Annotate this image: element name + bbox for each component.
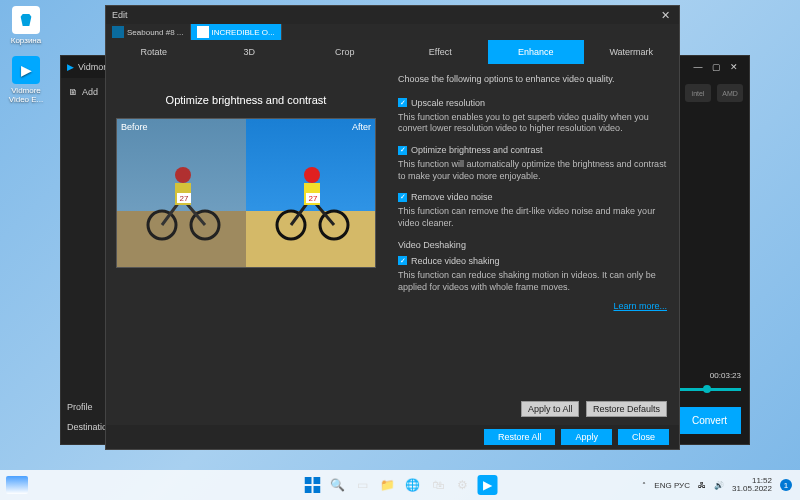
tab-3d[interactable]: 3D bbox=[202, 40, 298, 64]
vidmore-label: Vidmore Video E... bbox=[6, 86, 46, 104]
taskview-icon[interactable]: ▭ bbox=[353, 475, 373, 495]
lang-indicator[interactable]: ENG РУС bbox=[654, 481, 690, 490]
checkbox-icon: ✓ bbox=[398, 146, 407, 155]
opt-noise-desc: This function can remove the dirt-like v… bbox=[398, 206, 667, 229]
apply-button[interactable]: Apply bbox=[561, 429, 612, 445]
svg-rect-15 bbox=[314, 486, 321, 493]
after-label: After bbox=[352, 122, 371, 132]
vidmore-taskbar-icon[interactable]: ▶ bbox=[478, 475, 498, 495]
apply-to-all-button[interactable]: Apply to All bbox=[521, 401, 580, 417]
recycle-bin[interactable]: Корзина bbox=[6, 6, 46, 45]
maximize-button[interactable]: ▢ bbox=[707, 60, 725, 74]
rider-illustration: 27 bbox=[266, 143, 356, 243]
opt-upscale-desc: This function enables you to get superb … bbox=[398, 112, 667, 135]
start-button[interactable] bbox=[303, 475, 323, 495]
svg-text:27: 27 bbox=[308, 194, 317, 203]
enhance-intro: Choose the following options to enhance … bbox=[398, 74, 667, 86]
tab-crop[interactable]: Crop bbox=[297, 40, 393, 64]
convert-button[interactable]: Convert bbox=[678, 407, 741, 434]
deshake-heading: Video Deshaking bbox=[398, 240, 667, 250]
checkbox-icon: ✓ bbox=[398, 193, 407, 202]
explorer-icon[interactable]: 📁 bbox=[378, 475, 398, 495]
file-thumb-icon bbox=[197, 26, 209, 38]
before-after-preview: Before 27 bbox=[116, 118, 376, 268]
taskbar-center: 🔍 ▭ 📁 🌐 🛍 ⚙ ▶ bbox=[303, 475, 498, 495]
hw-chip-amd[interactable]: AMD bbox=[717, 84, 743, 102]
store-icon[interactable]: 🛍 bbox=[428, 475, 448, 495]
file-tabs: Seabound #8 ... INCREDIBLE O... bbox=[106, 24, 679, 40]
file-thumb-icon bbox=[112, 26, 124, 38]
notifications-icon[interactable]: 1 bbox=[780, 479, 792, 491]
tab-effect[interactable]: Effect bbox=[393, 40, 489, 64]
file-tab-2[interactable]: INCREDIBLE O... bbox=[191, 24, 282, 40]
checkbox-icon: ✓ bbox=[398, 256, 407, 265]
close-button[interactable]: Close bbox=[618, 429, 669, 445]
hw-chip-intel[interactable]: intel bbox=[685, 84, 711, 102]
converter-logo: ▶ bbox=[67, 62, 74, 72]
before-label: Before bbox=[121, 122, 148, 132]
edge-icon[interactable]: 🌐 bbox=[403, 475, 423, 495]
edit-footer: Restore All Apply Close bbox=[106, 425, 679, 449]
network-icon[interactable]: 🖧 bbox=[698, 481, 706, 490]
tool-tabs: Rotate 3D Crop Effect Enhance Watermark bbox=[106, 40, 679, 64]
vidmore-icon: ▶ bbox=[12, 56, 40, 84]
preview-heading: Optimize brightness and contrast bbox=[116, 94, 376, 106]
opt-brightness-desc: This function will automatically optimiz… bbox=[398, 159, 667, 182]
time-end: 00:03:23 bbox=[710, 371, 741, 380]
add-icon: 🗎 bbox=[69, 87, 78, 97]
edit-close-button[interactable]: ✕ bbox=[657, 9, 673, 22]
close-button[interactable]: ✕ bbox=[725, 60, 743, 74]
restore-defaults-button[interactable]: Restore Defaults bbox=[586, 401, 667, 417]
recycle-icon bbox=[12, 6, 40, 34]
search-icon[interactable]: 🔍 bbox=[328, 475, 348, 495]
file-tab-1[interactable]: Seabound #8 ... bbox=[106, 24, 191, 40]
rider-illustration: 27 bbox=[137, 143, 227, 243]
learn-more-link[interactable]: Learn more... bbox=[613, 301, 667, 311]
preview-panel: Optimize brightness and contrast Before bbox=[106, 64, 386, 425]
svg-rect-12 bbox=[305, 477, 312, 484]
volume-icon[interactable]: 🔊 bbox=[714, 481, 724, 490]
clock[interactable]: 11:52 31.05.2022 bbox=[732, 477, 772, 493]
opt-deshake[interactable]: ✓Reduce video shaking bbox=[398, 256, 667, 266]
tab-watermark[interactable]: Watermark bbox=[584, 40, 680, 64]
svg-rect-14 bbox=[305, 486, 312, 493]
svg-text:27: 27 bbox=[179, 194, 188, 203]
tab-enhance[interactable]: Enhance bbox=[488, 40, 584, 64]
opt-brightness[interactable]: ✓Optimize brightness and contrast bbox=[398, 145, 667, 155]
enhance-options: Choose the following options to enhance … bbox=[386, 64, 679, 425]
settings-icon[interactable]: ⚙ bbox=[453, 475, 473, 495]
restore-all-button[interactable]: Restore All bbox=[484, 429, 556, 445]
opt-upscale[interactable]: ✓Upscale resolution bbox=[398, 98, 667, 108]
tray-chevron-icon[interactable]: ˄ bbox=[642, 481, 646, 490]
minimize-button[interactable]: — bbox=[689, 60, 707, 74]
widgets-button[interactable] bbox=[6, 476, 28, 494]
recycle-label: Корзина bbox=[6, 36, 46, 45]
opt-deshake-desc: This function can reduce shaking motion … bbox=[398, 270, 667, 293]
edit-title: Edit bbox=[112, 10, 657, 20]
svg-rect-13 bbox=[314, 477, 321, 484]
vidmore-shortcut[interactable]: ▶ Vidmore Video E... bbox=[6, 56, 46, 104]
opt-noise[interactable]: ✓Remove video noise bbox=[398, 192, 667, 202]
edit-dialog: Edit ✕ Seabound #8 ... INCREDIBLE O... R… bbox=[105, 5, 680, 450]
tab-rotate[interactable]: Rotate bbox=[106, 40, 202, 64]
svg-point-9 bbox=[304, 167, 320, 183]
checkbox-icon: ✓ bbox=[398, 98, 407, 107]
svg-point-3 bbox=[175, 167, 191, 183]
taskbar: 🔍 ▭ 📁 🌐 🛍 ⚙ ▶ ˄ ENG РУС 🖧 🔊 11:52 31.05.… bbox=[0, 470, 800, 500]
